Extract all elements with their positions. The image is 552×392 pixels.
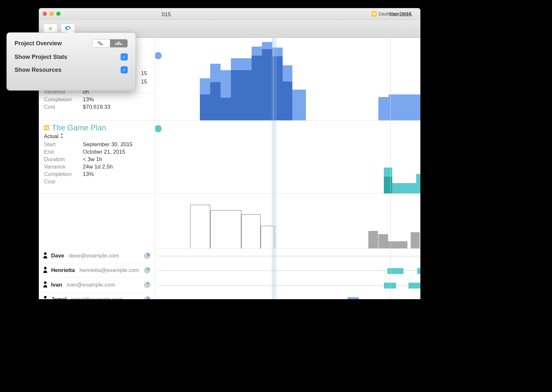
month-label: 015 [162, 11, 171, 18]
allocation-bar [387, 268, 404, 274]
svg-rect-7 [100, 44, 103, 45]
svg-point-1 [44, 252, 47, 255]
stat-key: Cost [44, 104, 83, 110]
resource-row[interactable]: Jamal jamal@example.com [39, 292, 155, 299]
chart-bar [411, 232, 420, 248]
titlebar: Dashboard.opld [39, 8, 420, 20]
resource-row[interactable]: Henrietta henrietta@example.com [39, 263, 155, 278]
show-stats-checkbox[interactable]: ✓ [121, 53, 128, 60]
allocation-bar [348, 297, 359, 299]
stat-value [83, 179, 150, 185]
resource-name: Dave [51, 253, 64, 259]
svg-rect-9 [117, 42, 118, 45]
chart-bar [210, 82, 221, 120]
project-stats: StartSeptember 30, 2015 EndOctober 21, 2… [44, 141, 150, 185]
idle-bars [155, 194, 420, 248]
stat-value: October 21, 2015 [83, 149, 150, 155]
resource-email: dave@example.com [69, 253, 119, 259]
gantt-mode-option[interactable] [92, 39, 110, 47]
project-name: The Game Plan [52, 123, 106, 132]
stat-key: End [44, 149, 83, 155]
stat-key: Completion [44, 96, 83, 103]
resource-row[interactable]: Ivan ivan@example.com [39, 278, 155, 292]
overview-mode-segmented[interactable] [92, 39, 128, 48]
project-chart-2 [155, 121, 420, 194]
resource-email: jamal@example.com [71, 296, 123, 299]
close-button[interactable] [43, 12, 47, 16]
stat-key: Duration [44, 156, 83, 163]
svg-rect-12 [122, 44, 123, 45]
chart-bar [231, 70, 241, 120]
stat-value: $70,619.33 [83, 104, 150, 110]
show-resources-label: Show Resources [15, 67, 61, 73]
plus-icon: + [49, 25, 53, 32]
allocation-pie-icon [144, 296, 150, 299]
view-options-popover: Project Overview Show Project Stats ✓ Sh… [6, 32, 136, 91]
allocation-bar [384, 283, 396, 289]
stat-value: < 3w 1h [83, 156, 150, 163]
chart-bar [368, 231, 378, 248]
lane-dotline [158, 270, 420, 271]
person-icon [43, 281, 48, 289]
svg-point-0 [67, 27, 69, 29]
person-icon [43, 267, 48, 274]
project-title: The Game Plan [44, 123, 150, 132]
person-icon [43, 252, 48, 260]
resource-row[interactable]: Dave dave@example.com [39, 249, 155, 263]
allocation-pie-icon [144, 253, 150, 259]
mode-select[interactable]: Actual [44, 134, 150, 139]
allocation-bar [408, 283, 420, 289]
window-controls [43, 12, 60, 16]
allocation-pie-icon [144, 282, 150, 288]
chart-bar [283, 82, 292, 120]
document-icon [44, 125, 49, 130]
popover-title: Project Overview [15, 40, 62, 47]
svg-point-2 [44, 267, 47, 269]
stat-key: Completion [44, 171, 83, 178]
stat-value: 24w 1d 2.5h [83, 164, 150, 170]
idle-chart [155, 194, 420, 249]
timeline-area[interactable] [155, 38, 420, 299]
stat-value: 13% [83, 96, 150, 103]
stat-value: September 30, 2015 [83, 141, 150, 148]
zoom-button[interactable] [56, 12, 60, 16]
document-icon [372, 11, 377, 16]
chart-bar [262, 49, 272, 120]
svg-rect-5 [97, 42, 101, 42]
svg-point-4 [44, 296, 47, 299]
stat-key: Cost [44, 179, 83, 185]
month-label: Oct 2015 [390, 11, 412, 18]
project-chart-1 [155, 38, 420, 121]
resource-lane [155, 249, 420, 263]
lane-dotline [158, 256, 420, 256]
bars-dark [155, 121, 420, 193]
chart-bar [388, 241, 407, 248]
chart-bar [384, 177, 392, 193]
resource-email: ivan@example.com [67, 282, 115, 288]
lane-dotline [158, 285, 420, 286]
month-gridline [390, 38, 391, 299]
resource-name: Henrietta [51, 267, 75, 274]
resource-lane [155, 263, 420, 278]
chart-bar [200, 94, 210, 120]
mode-label: Actual [44, 134, 58, 139]
project-block[interactable]: The Game Plan Actual StartSeptember 30, … [39, 121, 155, 194]
minimize-button[interactable] [49, 12, 54, 16]
resource-list: Dave dave@example.com Henrietta henriett… [39, 249, 155, 299]
resource-lane [155, 278, 420, 292]
today-indicator [272, 38, 277, 299]
resource-email: henrietta@example.com [80, 267, 139, 274]
chart-bar [241, 70, 252, 120]
chart-mode-option[interactable] [110, 39, 127, 47]
resource-lane [155, 292, 420, 299]
svg-rect-6 [99, 43, 102, 44]
chart-bar [221, 98, 231, 120]
svg-rect-10 [118, 41, 119, 45]
stat-value: 13% [83, 171, 150, 178]
resource-name: Jamal [51, 296, 67, 299]
bars-dark [155, 38, 420, 120]
stat-key: Variance [44, 164, 83, 170]
svg-rect-11 [120, 43, 121, 45]
show-resources-checkbox[interactable]: ✓ [121, 66, 128, 73]
stat-key: Start [44, 141, 83, 148]
